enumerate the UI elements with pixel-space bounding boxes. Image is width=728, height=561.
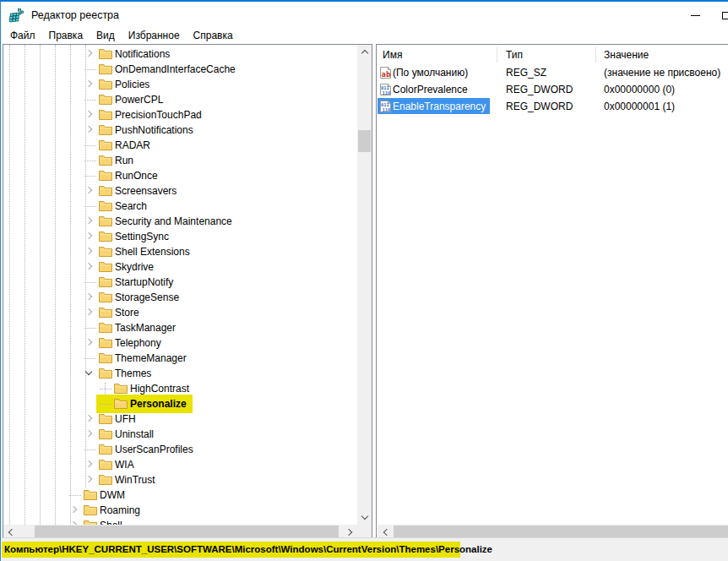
tree-item-telephony[interactable]: Telephony (3, 335, 358, 351)
folder-icon (84, 504, 97, 518)
expand-arrow-icon[interactable] (85, 263, 92, 270)
expand-arrow-icon[interactable] (85, 80, 92, 87)
expand-arrow-icon[interactable] (70, 506, 77, 513)
list-header: ИмяТипЗначение (377, 46, 728, 63)
tree-item-shell-extensions[interactable]: Shell Extensions (3, 244, 358, 259)
tree-vertical-scrollbar[interactable] (357, 45, 372, 525)
tree-item-search[interactable]: Search (3, 199, 358, 214)
tree-item-label: WIA (115, 459, 134, 471)
expand-arrow-icon[interactable] (85, 111, 92, 117)
tree-connector-dots (84, 100, 96, 101)
tree-item-pushnotifications[interactable]: PushNotifications (3, 123, 358, 138)
expand-arrow-icon[interactable] (85, 415, 92, 422)
expand-arrow-icon[interactable] (85, 430, 92, 437)
tree-connector-dots (84, 358, 96, 359)
collapse-arrow-icon[interactable] (85, 368, 92, 375)
menu-item-edit[interactable]: Правка (42, 28, 90, 43)
tree-item-wia[interactable]: WIA (3, 457, 358, 472)
menu-item-view[interactable]: Вид (90, 28, 122, 43)
expand-arrow-icon[interactable] (85, 248, 92, 254)
value-row--по-умолчанию-[interactable]: ab(По умолчанию)REG_SZ(значение не присв… (377, 64, 728, 81)
maximize-button[interactable] (720, 3, 728, 27)
tree-item-policies[interactable]: Policies (3, 77, 358, 92)
tree-item-label: Policies (115, 79, 149, 90)
tree-item-dwm[interactable]: DWM (3, 487, 358, 503)
column-header-value[interactable]: Значение (604, 49, 649, 61)
column-separator[interactable] (497, 47, 497, 63)
expand-arrow-icon[interactable] (85, 50, 92, 57)
folder-icon (99, 428, 112, 442)
tree-item-settingsync[interactable]: SettingSync (3, 229, 358, 244)
tree-item-powercpl[interactable]: PowerCPL (3, 92, 358, 107)
cell-type: REG_DWORD (506, 101, 573, 112)
tree-item-roaming[interactable]: Roaming (3, 503, 358, 518)
tree-item-label: Roaming (100, 504, 140, 516)
expand-arrow-icon[interactable] (85, 187, 92, 193)
tree-item-highcontrast[interactable]: HighContrast (3, 381, 358, 396)
tree-item-run[interactable]: Run (3, 153, 358, 168)
tree-item-screensavers[interactable]: Screensavers (3, 183, 358, 199)
folder-icon (99, 246, 112, 259)
status-path: Компьютер\HKEY_CURRENT_USER\SOFTWARE\Mic… (4, 544, 492, 554)
tree-item-ondemandinterfacecache[interactable]: OnDemandInterfaceCache (3, 62, 358, 77)
tree-item-thememanager[interactable]: ThemeManager (3, 351, 358, 366)
expand-arrow-icon[interactable] (85, 308, 92, 315)
tree-item-themes[interactable]: Themes (3, 366, 358, 381)
tree-item-label: StorageSense (115, 291, 179, 303)
tree-item-shell[interactable]: Shell (3, 518, 358, 525)
minimize-button[interactable] (676, 3, 714, 27)
folder-icon (99, 307, 112, 320)
tree-scroll-up-arrow[interactable] (357, 45, 372, 59)
column-header-name[interactable]: Имя (383, 49, 402, 61)
tree-item-label: Security and Maintenance (115, 215, 232, 227)
folder-icon (99, 48, 112, 62)
tree-item-runonce[interactable]: RunOnce (3, 168, 358, 183)
expand-arrow-icon[interactable] (85, 293, 92, 300)
tree-item-label: DWM (100, 489, 125, 501)
tree-item-wintrust[interactable]: WinTrust (3, 472, 358, 487)
menu-item-favorites[interactable]: Избранное (122, 28, 187, 43)
tree-item-startupnotify[interactable]: StartupNotify (3, 275, 358, 290)
expand-arrow-icon[interactable] (85, 126, 92, 133)
tree-vertical-scroll-thumb[interactable] (358, 130, 371, 152)
column-separator[interactable] (595, 47, 596, 63)
column-header-type[interactable]: Тип (506, 49, 523, 61)
values-horizontal-scroll-thumb[interactable] (394, 526, 728, 538)
expand-arrow-icon[interactable] (85, 217, 92, 224)
tree-item-storagesense[interactable]: StorageSense (3, 290, 358, 305)
tree-item-precisiontouchpad[interactable]: PrecisionTouchPad (3, 107, 358, 123)
tree-scroll-down-arrow[interactable] (357, 510, 372, 525)
tree-horizontal-scroll-thumb[interactable] (35, 526, 339, 538)
folder-icon (99, 200, 112, 214)
folder-icon (99, 109, 112, 123)
tree-item-userscanprofiles[interactable]: UserScanProfiles (3, 442, 358, 457)
tree-item-security-and-maintenance[interactable]: Security and Maintenance (3, 214, 358, 229)
folder-icon (99, 322, 112, 335)
tree-item-label: Notifications (115, 48, 170, 60)
menu-item-file[interactable]: Файл (3, 28, 42, 43)
tree-item-label: Search (115, 200, 147, 212)
expand-arrow-icon[interactable] (85, 460, 92, 467)
folder-icon (99, 94, 112, 107)
expand-arrow-icon[interactable] (85, 232, 92, 239)
maximize-icon (722, 12, 728, 19)
expand-arrow-icon[interactable] (70, 521, 77, 525)
tree-item-ufh[interactable]: UFH (3, 411, 358, 427)
tree-item-radar[interactable]: RADAR (3, 138, 358, 153)
menu-item-help[interactable]: Справка (187, 28, 240, 43)
value-row-enabletransparency[interactable]: 011110EnableTransparencyREG_DWORD0x00000… (377, 98, 728, 115)
tree-item-personalize[interactable]: Personalize (3, 396, 358, 411)
tree-item-label: SettingSync (115, 231, 169, 242)
expand-arrow-icon[interactable] (85, 339, 92, 346)
tree-item-uninstall[interactable]: Uninstall (3, 427, 358, 442)
tree-connector-dots (69, 495, 81, 496)
value-row-colorprevalence[interactable]: 011110ColorPrevalenceREG_DWORD0x00000000… (377, 81, 728, 98)
tree-item-notifications[interactable]: Notifications (3, 46, 358, 62)
tree-item-skydrive[interactable]: Skydrive (3, 259, 358, 275)
folder-icon (99, 155, 112, 168)
folder-icon (114, 383, 128, 396)
tree-item-store[interactable]: Store (3, 305, 358, 320)
tree-item-taskmanager[interactable]: TaskManager (3, 320, 358, 335)
folder-icon (99, 368, 112, 381)
expand-arrow-icon[interactable] (85, 476, 92, 482)
